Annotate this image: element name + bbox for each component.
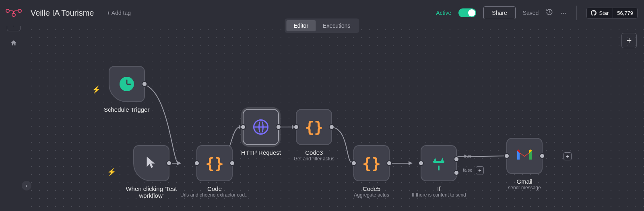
branch-icon	[431, 155, 447, 171]
svg-marker-12	[434, 158, 436, 161]
svg-point-2	[18, 9, 21, 12]
input-port[interactable]	[351, 160, 357, 166]
divider	[576, 6, 577, 20]
tab-executions[interactable]: Executions	[316, 20, 357, 31]
node-label: Code3	[305, 149, 323, 156]
add-node-button[interactable]: +	[621, 33, 637, 48]
node-label: If	[437, 185, 440, 192]
gmail-icon	[516, 149, 533, 163]
node-label: Code	[207, 185, 222, 192]
port-label-true: true	[464, 154, 471, 158]
more-menu-icon[interactable]: ⋯	[560, 9, 567, 17]
node-sublabel: send: message	[508, 185, 541, 191]
node-sublabel: Get and filter actus	[294, 156, 334, 162]
output-port-false[interactable]	[454, 170, 459, 176]
node-sublabel: Urls and cheerio extractor cod...	[180, 192, 249, 198]
output-port[interactable]	[386, 160, 392, 166]
home-icon[interactable]	[10, 39, 17, 48]
github-star-count: 56,779	[613, 8, 637, 18]
node-gmail[interactable]: Gmail send: message	[506, 138, 543, 191]
output-port-true[interactable]	[454, 156, 459, 162]
braces-icon: {}	[362, 154, 381, 172]
svg-rect-11	[433, 161, 444, 163]
workflow-canvas[interactable]: + ⚡ Schedule Trigger ⚡	[27, 26, 644, 211]
view-tabs: Editor Executions	[285, 18, 359, 33]
output-port[interactable]	[166, 160, 172, 166]
input-port[interactable]	[418, 160, 424, 166]
node-sublabel: If there is content to send	[412, 192, 466, 198]
app-logo[interactable]	[0, 8, 27, 17]
node-code3[interactable]: {} Code3 Get and filter actus	[294, 109, 334, 162]
input-port[interactable]	[240, 124, 246, 130]
svg-point-1	[12, 13, 15, 16]
port-label-false: false	[463, 168, 472, 172]
tab-editor[interactable]: Editor	[286, 20, 316, 31]
output-port[interactable]	[276, 124, 281, 130]
node-code[interactable]: {} Code Urls and cheerio extractor cod..…	[180, 145, 249, 198]
node-code5[interactable]: {} Code5 Aggregate actus	[353, 145, 390, 198]
output-port[interactable]	[329, 124, 334, 130]
svg-rect-10	[438, 166, 440, 170]
node-if[interactable]: true false If If there is content to sen…	[412, 145, 466, 198]
add-tag-button[interactable]: + Add tag	[107, 10, 131, 16]
node-label: Code5	[363, 185, 380, 192]
node-label: Schedule Trigger	[104, 106, 149, 113]
add-connection-false[interactable]: +	[476, 166, 484, 174]
input-port[interactable]	[293, 124, 299, 130]
expand-sidebar-button[interactable]: ›	[22, 181, 31, 191]
globe-icon	[253, 119, 268, 135]
workflow-title[interactable]: Veille IA Tourisme	[31, 8, 94, 18]
active-toggle[interactable]	[458, 8, 476, 17]
github-star-button[interactable]: Star 56,779	[586, 8, 638, 18]
trigger-bolt-icon: ⚡	[107, 168, 116, 176]
github-star-label: Star	[599, 10, 609, 16]
node-label: Gmail	[516, 178, 532, 185]
output-port[interactable]	[539, 153, 545, 159]
share-button[interactable]: Share	[483, 6, 515, 19]
node-label: When clicking 'Test workflow'	[119, 185, 184, 199]
input-port[interactable]	[504, 153, 510, 159]
clock-icon	[120, 77, 134, 91]
trigger-bolt-icon: ⚡	[92, 85, 101, 94]
node-sublabel: Aggregate actus	[354, 192, 389, 198]
svg-marker-13	[441, 158, 444, 161]
cursor-icon	[144, 154, 158, 172]
saved-status: Saved	[523, 10, 539, 16]
node-label: HTTP Request	[241, 149, 281, 156]
input-port[interactable]	[194, 160, 200, 166]
node-schedule-trigger[interactable]: ⚡ Schedule Trigger	[104, 66, 149, 113]
output-port[interactable]	[229, 160, 235, 166]
history-icon[interactable]	[546, 8, 553, 17]
output-port[interactable]	[142, 81, 147, 87]
braces-icon: {}	[305, 118, 323, 136]
active-label: Active	[436, 10, 451, 16]
add-connection-gmail[interactable]: +	[564, 152, 572, 160]
node-http-request[interactable]: HTTP Request	[241, 109, 281, 156]
braces-icon: {}	[205, 154, 224, 172]
svg-point-0	[6, 9, 9, 12]
node-manual-trigger[interactable]: ⚡ When clicking 'Test workflow'	[119, 145, 184, 199]
